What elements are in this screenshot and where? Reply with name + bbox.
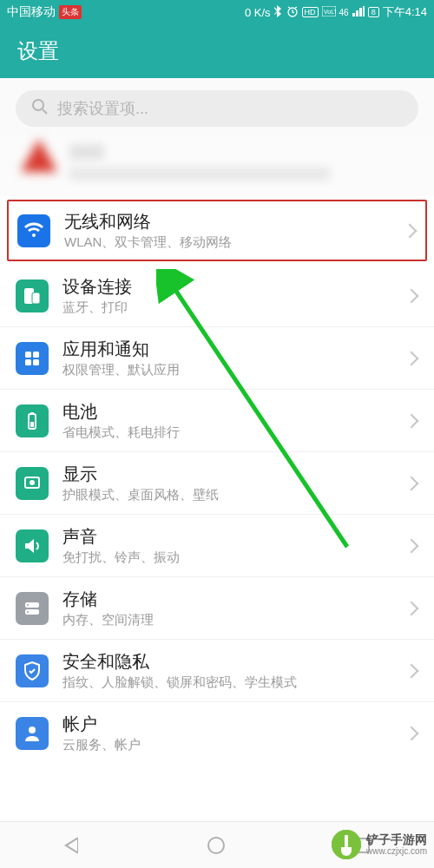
clock: 下午4:14 — [383, 4, 427, 20]
carrier-label: 中国移动 — [7, 4, 56, 20]
alarm-icon — [286, 5, 299, 20]
item-title: 设备连接 — [62, 275, 406, 298]
item-accounts[interactable]: 帐户 云服务、帐户 — [0, 702, 434, 764]
item-sub: 云服务、帐户 — [62, 737, 406, 753]
sound-icon — [16, 529, 49, 562]
signal-icon — [352, 6, 365, 19]
svg-point-14 — [30, 480, 35, 485]
watermark: 铲子手游网 www.czjxjc.com — [325, 821, 434, 868]
wifi-icon — [17, 214, 50, 247]
svg-rect-5 — [32, 293, 40, 304]
item-display[interactable]: 显示 护眼模式、桌面风格、壁纸 — [0, 452, 434, 515]
item-title: 声音 — [62, 525, 406, 548]
svg-rect-21 — [345, 835, 348, 847]
item-sub: WLAN、双卡管理、移动网络 — [64, 234, 404, 251]
chevron-right-icon — [404, 663, 419, 678]
chevron-right-icon — [404, 601, 419, 615]
item-storage[interactable]: 存储 内存、空间清理 — [0, 577, 434, 640]
svg-point-3 — [33, 100, 43, 110]
chevron-right-icon — [403, 223, 418, 238]
item-title: 存储 — [62, 588, 406, 610]
avatar — [21, 139, 57, 175]
item-sub: 权限管理、默认应用 — [62, 362, 406, 378]
item-apps-notifications[interactable]: 应用和通知 权限管理、默认应用 — [0, 327, 434, 390]
item-sub: 内存、空间清理 — [62, 612, 406, 628]
watermark-logo — [332, 830, 361, 859]
profile-card[interactable] — [0, 135, 434, 196]
item-battery[interactable]: 电池 省电模式、耗电排行 — [0, 390, 434, 452]
svg-rect-8 — [25, 359, 31, 365]
search-container: 搜索设置项... — [0, 78, 434, 135]
item-title: 应用和通知 — [62, 338, 406, 360]
item-title: 电池 — [62, 400, 406, 423]
carrier-badge: 头条 — [59, 5, 82, 19]
chevron-right-icon — [404, 476, 419, 490]
item-sub: 蓝牙、打印 — [62, 299, 406, 316]
chevron-right-icon — [404, 726, 419, 740]
settings-list: 无线和网络 WLAN、双卡管理、移动网络 设备连接 蓝牙、打印 应用和通知 权限… — [0, 200, 434, 764]
battery-icon — [16, 404, 49, 437]
item-sub: 指纹、人脸解锁、锁屏和密码、学生模式 — [62, 674, 406, 691]
item-title: 显示 — [62, 463, 406, 485]
search-placeholder: 搜索设置项... — [57, 98, 148, 119]
chevron-right-icon — [404, 351, 419, 365]
svg-rect-12 — [30, 422, 34, 427]
profile-name-blurred — [69, 144, 104, 160]
item-sub: 省电模式、耗电排行 — [62, 424, 406, 441]
volte-icon: VoLTE — [322, 6, 336, 19]
page-header: 设置 — [0, 24, 434, 78]
svg-point-18 — [27, 611, 29, 613]
page-title: 设置 — [17, 37, 59, 65]
bluetooth-icon — [274, 5, 283, 20]
search-icon — [31, 98, 49, 120]
hd-icon: HD — [302, 7, 319, 17]
item-device-connection[interactable]: 设备连接 蓝牙、打印 — [0, 265, 434, 327]
item-title: 帐户 — [62, 713, 406, 735]
item-security-privacy[interactable]: 安全和隐私 指纹、人脸解锁、锁屏和密码、学生模式 — [0, 640, 434, 702]
chevron-right-icon — [404, 413, 419, 428]
status-bar: 中国移动 头条 0 K/s HD VoLTE 46 8 下午4:14 — [0, 0, 434, 24]
network-type: 46 — [339, 8, 349, 17]
svg-rect-9 — [33, 359, 39, 365]
svg-rect-11 — [30, 412, 34, 414]
item-sub: 免打扰、铃声、振动 — [62, 549, 406, 566]
item-title: 无线和网络 — [64, 210, 404, 233]
svg-rect-6 — [25, 352, 31, 358]
device-icon — [16, 279, 49, 312]
svg-point-17 — [27, 604, 29, 606]
battery-icon: 8 — [368, 7, 379, 17]
item-wireless-networks[interactable]: 无线和网络 WLAN、双卡管理、移动网络 — [7, 200, 427, 261]
search-input[interactable]: 搜索设置项... — [16, 90, 418, 127]
profile-sub-blurred — [69, 167, 330, 181]
display-icon — [16, 467, 49, 500]
svg-point-19 — [29, 727, 36, 733]
chevron-right-icon — [404, 288, 419, 303]
shield-icon — [16, 654, 49, 687]
svg-text:VoLTE: VoLTE — [324, 9, 336, 15]
item-sub: 护眼模式、桌面风格、壁纸 — [62, 487, 406, 503]
watermark-name: 铲子手游网 — [366, 833, 427, 846]
net-speed: 0 K/s — [245, 6, 271, 19]
watermark-url: www.czjxjc.com — [366, 846, 427, 856]
item-sound[interactable]: 声音 免打扰、铃声、振动 — [0, 515, 434, 577]
nav-home-button[interactable] — [207, 837, 225, 854]
item-title: 安全和隐私 — [62, 650, 406, 673]
svg-rect-7 — [33, 352, 39, 358]
storage-icon — [16, 592, 49, 625]
chevron-right-icon — [404, 538, 419, 553]
apps-icon — [16, 342, 49, 375]
nav-back-button[interactable] — [64, 837, 78, 854]
account-icon — [16, 717, 49, 750]
